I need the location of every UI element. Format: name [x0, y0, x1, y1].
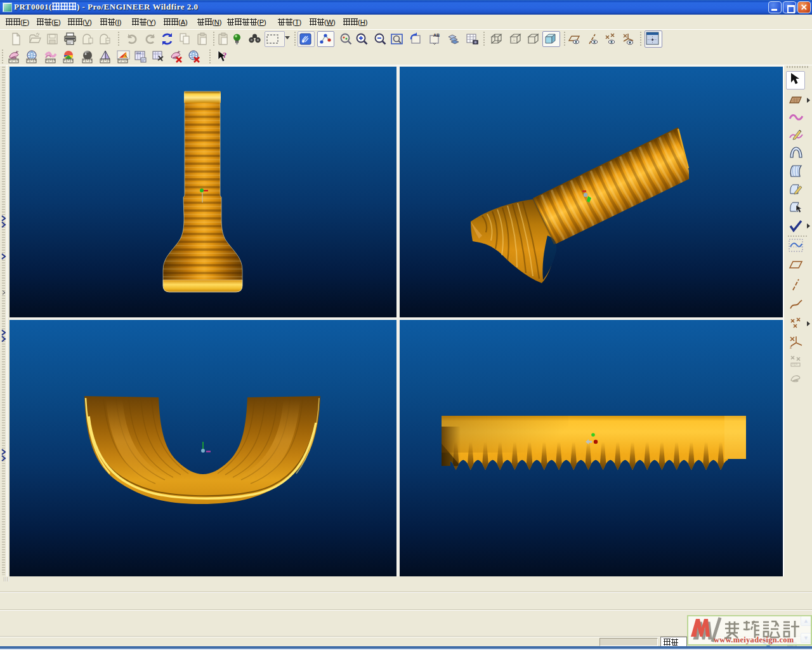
svg-text:AB: AB	[433, 33, 440, 37]
svg-text:z: z	[790, 345, 792, 349]
svg-text:www.meiyadesign.com: www.meiyadesign.com	[714, 635, 794, 644]
svg-text:?: ?	[223, 50, 227, 60]
svg-text:hilid: hilid	[136, 51, 141, 55]
